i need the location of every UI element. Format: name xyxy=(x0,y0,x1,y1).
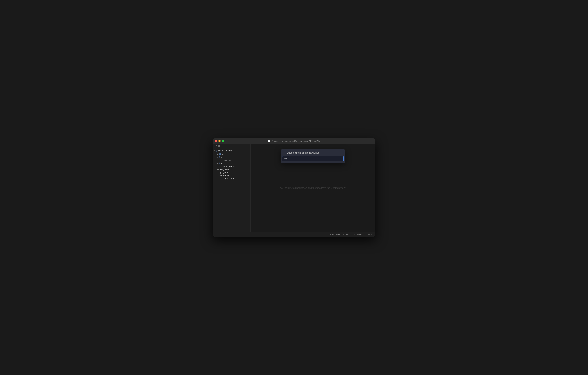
app-window: 📄 Project — ~/Documents/Repositories/su2… xyxy=(212,138,376,237)
tree-item-gitignore[interactable]: ☰ .gitignore xyxy=(213,171,251,174)
traffic-lights xyxy=(215,140,224,142)
sidebar-header: Project xyxy=(213,144,251,148)
e1-folder-name: e1 xyxy=(221,162,223,165)
file-icon-readme: ⋮⋮⋮ xyxy=(217,178,223,180)
dialog-overlay: + Enter the path for the new folder. xyxy=(251,144,375,232)
github-status[interactable]: ⊙ GitHub xyxy=(354,233,362,236)
file-icon-main-css: ☰ xyxy=(220,159,222,161)
branch-label: gh-pages xyxy=(332,233,340,235)
e1-folder-icon: ▤ xyxy=(219,162,220,165)
git-status[interactable]: → Git (0) xyxy=(365,233,373,236)
tree-item-main-css[interactable]: ☰ main.css xyxy=(213,159,251,162)
sidebar: Project ▾ ▤ su2020-avt217 ▶ ▤ .git ▾ ▤ xyxy=(213,144,251,232)
file-icon-index-html-root: ☰ xyxy=(217,175,219,177)
file-icon-gitignore: ☰ xyxy=(217,172,219,174)
git-icon: → xyxy=(365,233,367,236)
branch-icon: ⎇ xyxy=(329,233,332,235)
dialog-input-wrapper xyxy=(281,156,345,163)
branch-status[interactable]: ⎇ gh-pages xyxy=(329,233,340,235)
folder-arrow-icon: ▾ xyxy=(214,150,215,152)
file-icon-index-html-e1: ☰ xyxy=(223,165,225,168)
file-tree: ▾ ▤ su2020-avt217 ▶ ▤ .git ▾ ▤ css xyxy=(213,148,251,232)
root-folder-name: su2020-avt217 xyxy=(218,150,232,152)
file-icon-ds-store: ☰ xyxy=(217,168,219,171)
git-folder-name: .git xyxy=(222,153,224,155)
window-title: 📄 Project — ~/Documents/Repositories/su2… xyxy=(268,140,320,142)
fetch-label: Fetch xyxy=(346,233,350,235)
dialog-header: + Enter the path for the new folder. xyxy=(281,149,345,156)
e1-folder-arrow-icon: ▾ xyxy=(217,163,218,164)
main-content: You can install packages and themes from… xyxy=(251,144,375,232)
git-label: Git (0) xyxy=(368,233,373,235)
title-text: Project — ~/Documents/Repositories/su202… xyxy=(272,140,320,142)
new-folder-input[interactable] xyxy=(282,156,344,161)
tree-item-index-html-root[interactable]: ☰ index.html xyxy=(213,174,251,177)
maximize-button[interactable] xyxy=(222,140,224,142)
fetch-icon: ↻ xyxy=(343,233,345,236)
git-folder-icon: ▤ xyxy=(219,153,221,155)
index-html-root-name: index.html xyxy=(220,174,229,177)
github-label: GitHub xyxy=(356,233,362,235)
gitignore-name: .gitignore xyxy=(220,171,228,174)
tree-item-root[interactable]: ▾ ▤ su2020-avt217 xyxy=(213,149,251,152)
main-layout: Project ▾ ▤ su2020-avt217 ▶ ▤ .git ▾ ▤ xyxy=(213,144,375,232)
status-bar: ⎇ gh-pages ↻ Fetch ⊙ GitHub → Git (0) xyxy=(213,232,375,237)
css-folder-name: css xyxy=(221,156,224,158)
css-folder-arrow-icon: ▾ xyxy=(217,156,218,158)
tree-item-ds-store[interactable]: ☰ .DS_Store xyxy=(213,168,251,171)
folder-icon: ▤ xyxy=(216,149,218,152)
tree-item-index-html-e1[interactable]: ☰ index.html xyxy=(213,165,251,168)
github-icon: ⊙ xyxy=(354,233,355,236)
readme-name: README.md xyxy=(224,177,236,180)
tree-item-css[interactable]: ▾ ▤ css xyxy=(213,155,251,159)
css-folder-icon: ▤ xyxy=(219,156,220,158)
minimize-button[interactable] xyxy=(218,140,221,142)
ds-store-name: .DS_Store xyxy=(220,168,229,171)
tree-item-readme[interactable]: ⋮⋮⋮ README.md xyxy=(213,177,251,180)
plus-icon: + xyxy=(284,151,285,154)
dialog-title: Enter the path for the new folder. xyxy=(286,152,319,154)
title-bar: 📄 Project — ~/Documents/Repositories/su2… xyxy=(213,138,375,144)
index-html-e1-name: index.html xyxy=(226,165,235,168)
folder-arrow-collapsed-icon: ▶ xyxy=(217,153,219,155)
document-icon: 📄 xyxy=(268,140,271,142)
tree-item-e1[interactable]: ▾ ▤ e1 xyxy=(213,162,251,165)
close-button[interactable] xyxy=(215,140,217,142)
main-css-name: main.css xyxy=(223,159,231,161)
tree-item-git[interactable]: ▶ ▤ .git xyxy=(213,152,251,155)
new-folder-dialog: + Enter the path for the new folder. xyxy=(281,149,345,163)
fetch-status[interactable]: ↻ Fetch xyxy=(343,233,350,236)
